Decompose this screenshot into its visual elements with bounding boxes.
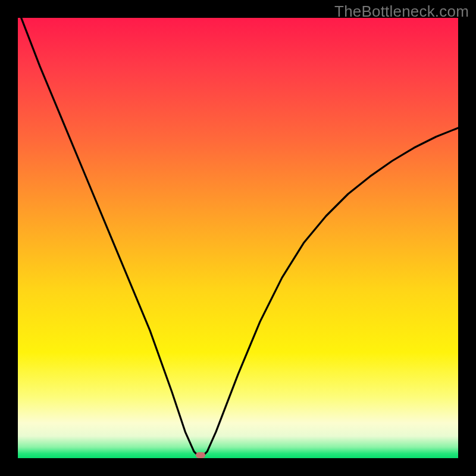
optimal-point-marker [196, 452, 205, 458]
plot-area [18, 18, 458, 458]
bottleneck-curve [18, 18, 458, 458]
curve-layer [18, 18, 458, 458]
chart-container: TheBottleneck.com [0, 0, 476, 476]
